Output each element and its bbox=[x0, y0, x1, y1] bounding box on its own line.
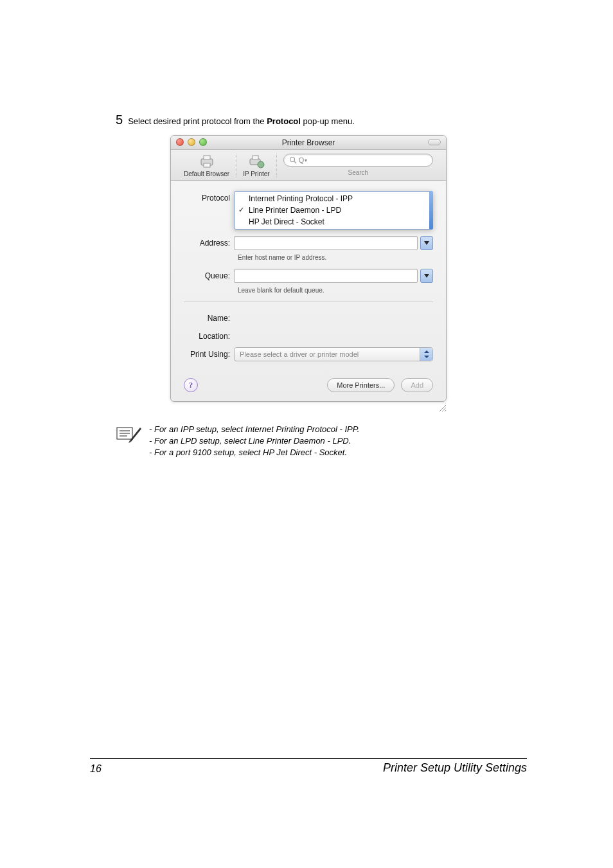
step-text-before: Select desired print protocol from the bbox=[128, 116, 267, 126]
search-input[interactable]: Q▾ bbox=[283, 154, 433, 167]
svg-rect-1 bbox=[204, 156, 210, 159]
svg-point-5 bbox=[258, 161, 264, 168]
ip-printer-toolbar-item[interactable]: IP Printer bbox=[236, 154, 277, 177]
print-using-select[interactable]: Please select a driver or printer model bbox=[234, 347, 433, 361]
svg-rect-2 bbox=[204, 163, 210, 167]
address-history-button[interactable] bbox=[420, 236, 433, 250]
svg-marker-11 bbox=[424, 356, 429, 358]
svg-line-7 bbox=[294, 161, 296, 163]
note-line-1: - For an IPP setup, select Internet Prin… bbox=[149, 424, 359, 435]
help-label: ? bbox=[189, 380, 193, 390]
name-row: Name: bbox=[184, 311, 433, 325]
chevron-down-icon: ▾ bbox=[305, 158, 307, 163]
step-number: 5 bbox=[116, 113, 123, 127]
page-number: 16 bbox=[90, 763, 102, 775]
location-input[interactable] bbox=[234, 329, 433, 343]
more-printers-label: More Printers... bbox=[337, 381, 385, 389]
separator bbox=[184, 302, 433, 302]
zoom-icon[interactable] bbox=[199, 138, 207, 146]
svg-line-14 bbox=[445, 410, 446, 411]
print-using-label: Print Using: bbox=[184, 347, 234, 359]
address-row: Address: bbox=[184, 236, 433, 250]
protocol-option-socket[interactable]: HP Jet Direct - Socket bbox=[235, 216, 432, 228]
printer-icon bbox=[198, 154, 216, 169]
toolbar: Default Browser IP Printer Q▾ Search bbox=[171, 150, 446, 181]
svg-point-6 bbox=[290, 158, 294, 162]
step-text-after: pop-up menu. bbox=[301, 116, 355, 126]
dialog-body: Protocol Internet Printing Protocol - IP… bbox=[171, 181, 446, 401]
note-icon bbox=[116, 424, 141, 443]
protocol-label: Protocol bbox=[184, 191, 234, 203]
search-label: Search bbox=[348, 169, 368, 176]
resize-grip-icon[interactable] bbox=[438, 403, 447, 412]
svg-rect-4 bbox=[253, 156, 258, 159]
search-wrap: Q▾ Search bbox=[277, 154, 440, 176]
svg-marker-8 bbox=[424, 241, 429, 245]
step-text-bold: Protocol bbox=[267, 116, 301, 126]
protocol-row: Protocol Internet Printing Protocol - IP… bbox=[184, 191, 433, 230]
printer-globe-icon bbox=[247, 154, 265, 169]
print-using-placeholder: Please select a driver or printer model bbox=[240, 350, 359, 358]
default-browser-label: Default Browser bbox=[184, 170, 229, 177]
help-button[interactable]: ? bbox=[184, 378, 198, 392]
toolbar-pill-icon[interactable] bbox=[428, 139, 441, 145]
note-line-3: - For a port 9100 setup, select HP Jet D… bbox=[149, 447, 359, 458]
dialog-footer: ? More Printers... Add bbox=[184, 378, 433, 392]
print-using-row: Print Using: Please select a driver or p… bbox=[184, 347, 433, 361]
ip-printer-label: IP Printer bbox=[243, 170, 270, 177]
titlebar: Printer Browser bbox=[171, 136, 446, 150]
queue-label: Queue: bbox=[184, 269, 234, 280]
minimize-icon[interactable] bbox=[188, 138, 195, 146]
page-footer-title: Printer Setup Utility Settings bbox=[383, 761, 527, 775]
queue-input[interactable] bbox=[234, 269, 418, 283]
search-prefix: Q bbox=[299, 156, 305, 164]
step-text: Select desired print protocol from the P… bbox=[128, 116, 355, 126]
svg-marker-9 bbox=[424, 274, 429, 278]
dropdown-scrollbar bbox=[429, 191, 433, 230]
queue-row: Queue: bbox=[184, 269, 433, 283]
note-text: - For an IPP setup, select Internet Prin… bbox=[149, 424, 359, 459]
note-line-2: - For an LPD setup, select Line Printer … bbox=[149, 435, 359, 447]
address-label: Address: bbox=[184, 236, 234, 248]
default-browser-toolbar-item[interactable]: Default Browser bbox=[177, 154, 236, 177]
page-footer: 16 Printer Setup Utility Settings bbox=[90, 758, 527, 775]
select-arrows-icon bbox=[420, 348, 432, 361]
name-label: Name: bbox=[184, 311, 234, 323]
address-hint: Enter host name or IP address. bbox=[238, 254, 433, 261]
printer-browser-dialog: Printer Browser Default Browser IP Print… bbox=[170, 135, 447, 402]
add-label: Add bbox=[411, 381, 423, 389]
name-input[interactable] bbox=[234, 311, 433, 325]
protocol-option-lpd[interactable]: Line Printer Daemon - LPD bbox=[235, 204, 432, 216]
note-block: - For an IPP setup, select Internet Prin… bbox=[116, 424, 501, 459]
more-printers-button[interactable]: More Printers... bbox=[327, 378, 395, 392]
window-title: Printer Browser bbox=[282, 138, 335, 147]
protocol-dropdown[interactable]: Internet Printing Protocol - IPP Line Pr… bbox=[234, 191, 433, 230]
step-line: 5 Select desired print protocol from the… bbox=[116, 113, 501, 127]
address-input[interactable] bbox=[234, 236, 418, 250]
queue-hint: Leave blank for default queue. bbox=[238, 287, 433, 294]
protocol-option-ipp[interactable]: Internet Printing Protocol - IPP bbox=[235, 193, 432, 204]
traffic-lights bbox=[176, 138, 207, 146]
svg-marker-10 bbox=[424, 350, 429, 353]
queue-history-button[interactable] bbox=[420, 269, 433, 283]
add-button[interactable]: Add bbox=[401, 378, 433, 392]
location-row: Location: bbox=[184, 329, 433, 343]
location-label: Location: bbox=[184, 329, 234, 341]
close-icon[interactable] bbox=[176, 138, 184, 146]
